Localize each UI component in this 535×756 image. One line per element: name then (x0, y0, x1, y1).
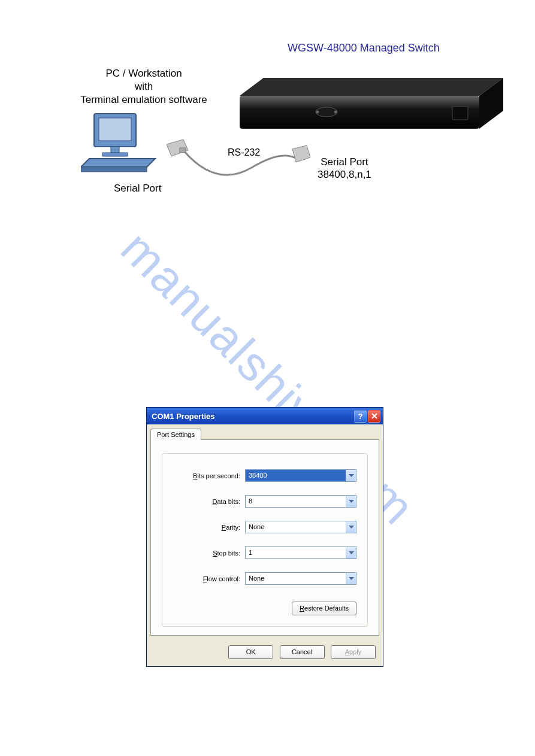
settings-group: Bits per second: 38400 Data bits: 8 Pari… (162, 453, 368, 627)
dialog-titlebar[interactable]: COM1 Properties ? (147, 408, 383, 424)
row-bits-per-second: Bits per second: 38400 (173, 469, 356, 482)
row-data-bits: Data bits: 8 (173, 495, 356, 508)
combo-flow-control[interactable]: None (245, 572, 356, 585)
pc-label-line1: PC / Workstation (105, 68, 182, 79)
combo-flow-control-value: None (246, 573, 346, 584)
dialog-button-row: OK Cancel Apply (147, 639, 383, 666)
svg-point-10 (316, 111, 319, 114)
chevron-down-icon[interactable] (346, 573, 356, 584)
svg-rect-1 (99, 118, 131, 141)
combo-stop-bits[interactable]: 1 (245, 546, 356, 559)
connection-diagram: WGSW-48000 Managed Switch PC / Workstati… (36, 42, 497, 210)
pc-icon (81, 111, 159, 183)
cable-label: RS-232 (228, 147, 260, 158)
switch-title: WGSW-48000 Managed Switch (288, 42, 440, 54)
svg-point-11 (334, 111, 337, 114)
restore-defaults-button[interactable]: Restore Defaults (292, 602, 356, 615)
help-button[interactable]: ? (354, 410, 367, 423)
combo-bits-per-second-value: 38400 (246, 470, 346, 481)
combo-data-bits-value: 8 (246, 496, 346, 507)
apply-button[interactable]: Apply (331, 645, 376, 659)
svg-rect-3 (102, 153, 128, 156)
pc-label: PC / Workstation with Terminal emulation… (63, 67, 225, 107)
combo-data-bits[interactable]: 8 (245, 495, 356, 508)
ok-button[interactable]: OK (228, 645, 273, 659)
row-flow-control: Flow control: None (173, 572, 356, 585)
svg-rect-14 (180, 148, 186, 153)
chevron-down-icon[interactable] (346, 470, 356, 481)
svg-marker-6 (240, 78, 503, 96)
label-flow-control: Flow control: (173, 575, 245, 582)
combo-parity[interactable]: None (245, 521, 356, 533)
label-data-bits: Data bits: (173, 498, 245, 505)
pc-label-line2: with (135, 81, 153, 92)
cable-icon (162, 135, 318, 189)
dialog-title: COM1 Properties (152, 412, 353, 421)
com-properties-dialog: COM1 Properties ? Port Settings Bits per… (146, 407, 383, 667)
serial-right-line2: 38400,8,n,1 (318, 169, 371, 180)
chevron-down-icon[interactable] (346, 521, 356, 533)
combo-bits-per-second[interactable]: 38400 (245, 469, 356, 482)
tab-strip: Port Settings (147, 424, 383, 439)
svg-rect-2 (111, 147, 119, 153)
label-stop-bits: Stop bits: (173, 549, 245, 557)
serial-port-right-label: Serial Port 38400,8,n,1 (318, 156, 371, 181)
cancel-button[interactable]: Cancel (280, 645, 325, 659)
pc-label-line3: Terminal emulation software (80, 94, 207, 105)
chevron-down-icon[interactable] (346, 496, 356, 507)
switch-icon (240, 72, 503, 144)
serial-port-left-label: Serial Port (114, 183, 161, 195)
label-parity: Parity: (173, 524, 245, 531)
row-stop-bits: Stop bits: 1 (173, 546, 356, 559)
combo-parity-value: None (246, 521, 346, 533)
svg-rect-7 (240, 96, 479, 129)
restore-row: Restore Defaults (173, 602, 356, 615)
serial-right-line1: Serial Port (321, 156, 368, 168)
svg-marker-4 (81, 159, 155, 167)
combo-stop-bits-value: 1 (246, 547, 346, 558)
close-button[interactable] (368, 410, 380, 423)
chevron-down-icon[interactable] (346, 547, 356, 558)
svg-marker-15 (292, 145, 310, 162)
tab-panel: Bits per second: 38400 Data bits: 8 Pari… (150, 439, 379, 636)
svg-rect-12 (452, 107, 468, 120)
close-icon (371, 413, 377, 419)
row-parity: Parity: None (173, 521, 356, 533)
tab-port-settings[interactable]: Port Settings (150, 429, 201, 440)
svg-rect-5 (81, 167, 147, 172)
label-bits-per-second: Bits per second: (173, 472, 245, 479)
